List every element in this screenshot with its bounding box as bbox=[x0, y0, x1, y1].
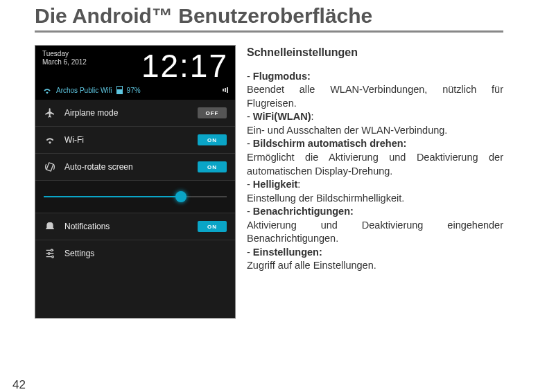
term-flugmodus: Flugmodus: bbox=[253, 71, 311, 82]
svg-point-3 bbox=[52, 256, 54, 258]
clock: 12:17 bbox=[141, 50, 228, 82]
page-number: 42 bbox=[12, 378, 26, 392]
term-autorotate: Bildschirm automatisch drehen: bbox=[253, 138, 407, 149]
def-brightness: Einstellung der Bildschirmhelligkeit. bbox=[247, 193, 404, 204]
item-label-settings: Settings bbox=[64, 249, 94, 258]
phone-topbar: Tuesday March 6, 2012 12:17 Archos Publi… bbox=[35, 46, 235, 100]
section-heading: Schnelleinstellungen bbox=[247, 45, 503, 60]
item-label-wifi: Wi-Fi bbox=[64, 135, 84, 145]
notifications-icon bbox=[44, 220, 56, 233]
item-label-notifications: Notifications bbox=[64, 222, 110, 231]
toggle-airplane[interactable]: OFF bbox=[198, 107, 227, 118]
def-wifi: Ein- und Ausschalten der WLAN-Verbindung… bbox=[247, 125, 447, 136]
battery-icon bbox=[116, 86, 123, 94]
def-autorotate: Ermöglicht die Aktivierung und Deaktivie… bbox=[247, 152, 503, 177]
term-brightness: Helligkeit bbox=[253, 179, 297, 190]
battery-pct: 97% bbox=[127, 87, 141, 94]
page-title: Die Android™ Benutzeroberfläche bbox=[35, 4, 503, 28]
autorotate-icon bbox=[44, 161, 56, 173]
def-flugmodus: Beendet alle WLAN-Verbindungen, nützlich… bbox=[247, 84, 503, 109]
term-settings: Einstellungen: bbox=[253, 247, 322, 258]
item-label-airplane: Airplane mode bbox=[64, 108, 118, 118]
day-label: Tuesday bbox=[42, 50, 87, 58]
settings-icon bbox=[44, 247, 56, 260]
item-label-autorotate: Auto-rotate screen bbox=[64, 162, 133, 172]
toggle-autorotate[interactable]: ON bbox=[198, 161, 227, 172]
item-airplane[interactable]: Airplane mode OFF bbox=[35, 100, 235, 127]
svg-point-2 bbox=[48, 253, 50, 255]
item-notifications[interactable]: Notifications ON bbox=[35, 213, 235, 240]
item-autorotate[interactable]: Auto-rotate screen ON bbox=[35, 154, 235, 181]
svg-point-1 bbox=[51, 249, 53, 251]
toggle-wifi[interactable]: ON bbox=[198, 134, 227, 145]
title-rule bbox=[35, 30, 503, 33]
def-notifications: Aktivierung und Deaktivierung eingehende… bbox=[247, 220, 503, 244]
date-label: March 6, 2012 bbox=[42, 58, 87, 66]
phone-screenshot: Tuesday March 6, 2012 12:17 Archos Publi… bbox=[35, 45, 236, 319]
term-notifications: Benachrichtigungen: bbox=[253, 206, 354, 217]
svg-rect-0 bbox=[46, 163, 53, 171]
wifi-ssid: Archos Public Wifi bbox=[56, 87, 112, 94]
description-column: Schnelleinstellungen - Flugmodus: Beende… bbox=[247, 45, 503, 319]
wifi-icon bbox=[44, 134, 56, 146]
item-settings[interactable]: Settings bbox=[35, 240, 235, 267]
def-settings: Zugriff auf alle Einstellungen. bbox=[247, 260, 376, 271]
item-wifi[interactable]: Wi-Fi ON bbox=[35, 127, 235, 154]
brightness-slider[interactable] bbox=[35, 181, 235, 213]
signal-icon bbox=[223, 87, 228, 93]
wifi-icon bbox=[42, 87, 52, 94]
airplane-icon bbox=[44, 107, 56, 119]
settings-list: Airplane mode OFF Wi-Fi ON Auto-rotate s… bbox=[35, 100, 235, 318]
term-wifi: WiFi(WLAN) bbox=[253, 111, 311, 122]
toggle-notifications[interactable]: ON bbox=[198, 221, 227, 232]
